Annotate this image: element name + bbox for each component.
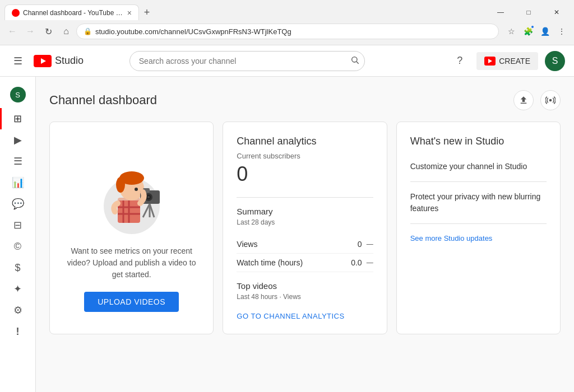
url-bar[interactable]: 🔒 studio.youtube.com/channel/UCsvGxwpnFR… <box>76 24 499 39</box>
browser-chrome: Channel dashboard - YouTube S... × + — □… <box>0 0 574 45</box>
sidebar-item-comments[interactable]: 💬 <box>0 193 35 214</box>
views-label: Views <box>237 240 257 249</box>
comments-icon: 💬 <box>12 199 24 209</box>
bookmark-button[interactable]: ☆ <box>503 24 519 39</box>
page-title: Channel dashboard <box>49 93 157 108</box>
subtitles-icon: ⊟ <box>13 220 22 230</box>
create-button[interactable]: CREATE <box>476 52 538 70</box>
sidebar-item-subtitles[interactable]: ⊟ <box>0 214 35 236</box>
sidebar-toggle-button[interactable]: ☰ <box>9 50 27 72</box>
logo[interactable]: Studio <box>34 55 84 67</box>
upload-prompt: Want to see metrics on your recent video… <box>63 245 200 281</box>
tab-close-button[interactable]: × <box>127 8 132 17</box>
svg-point-15 <box>135 188 138 191</box>
top-videos-period: Last 48 hours · Views <box>237 293 373 301</box>
views-value: 0 — <box>358 240 373 249</box>
subscribers-count: 0 <box>237 162 373 186</box>
copyright-icon: © <box>14 241 21 251</box>
analytics-card-title: Channel analytics <box>237 136 373 147</box>
help-button[interactable]: ? <box>450 51 470 71</box>
search-bar <box>129 51 365 71</box>
sidebar-item-settings[interactable]: ⚙ <box>0 300 35 321</box>
sidebar-item-user[interactable]: S <box>0 81 35 108</box>
news-item-2-title[interactable]: Protect your privacy with new blurring f… <box>410 191 547 214</box>
summary-period: Last 28 days <box>237 218 373 226</box>
tab-title: Channel dashboard - YouTube S... <box>23 9 124 17</box>
see-more-link[interactable]: See more Studio updates <box>410 234 493 242</box>
sidebar-item-feedback[interactable]: ! <box>0 321 35 342</box>
analytics-icon: 📊 <box>12 178 24 188</box>
create-video-icon <box>484 57 496 66</box>
summary-title: Summary <box>237 207 373 216</box>
views-stat-row: Views 0 — <box>237 235 373 254</box>
new-tab-button[interactable]: + <box>139 4 155 20</box>
forward-button[interactable]: → <box>22 24 38 39</box>
settings-icon: ⚙ <box>13 305 22 315</box>
customization-icon: ✦ <box>13 284 22 294</box>
sidebar: S ⊞ ▶ ☰ 📊 💬 ⊟ © $ ✦ ⚙ <box>0 77 36 392</box>
news-item-1-title[interactable]: Customize your channel in Studio <box>410 161 547 172</box>
extensions-button[interactable]: 🧩 <box>520 24 536 39</box>
page-header: Channel dashboard <box>49 90 561 110</box>
close-button[interactable]: ✕ <box>544 4 570 20</box>
browser-actions: ☆ 🧩 👤 ⋮ <box>503 24 570 39</box>
sidebar-item-analytics[interactable]: 📊 <box>0 172 35 193</box>
svg-point-4 <box>549 99 552 102</box>
analytics-card: Channel analytics Current subscribers 0 … <box>223 122 387 334</box>
refresh-button[interactable]: ↻ <box>40 24 56 39</box>
news-card: What's new in Studio Customize your chan… <box>396 122 561 334</box>
live-icon-button[interactable] <box>540 90 561 110</box>
news-item-2: Protect your privacy with new blurring f… <box>410 182 547 224</box>
upload-videos-button[interactable]: UPLOAD VIDEOS <box>84 292 179 312</box>
app-body: S ⊞ ▶ ☰ 📊 💬 ⊟ © $ ✦ ⚙ <box>0 77 574 392</box>
content-icon: ▶ <box>14 135 22 145</box>
dashboard-icon: ⊞ <box>13 114 22 124</box>
browser-tab[interactable]: Channel dashboard - YouTube S... × <box>4 4 139 20</box>
watch-time-stat-row: Watch time (hours) 0.0 — <box>237 254 373 272</box>
minimize-button[interactable]: — <box>488 4 513 20</box>
monetization-icon: $ <box>15 263 20 273</box>
sidebar-item-copyright[interactable]: © <box>0 236 35 257</box>
news-item-1: Customize your channel in Studio <box>410 152 547 182</box>
title-bar: Channel dashboard - YouTube S... × + — □… <box>0 0 574 20</box>
news-card-title: What's new in Studio <box>410 136 547 147</box>
watch-time-trend: — <box>367 259 373 267</box>
lock-icon: 🔒 <box>84 27 92 35</box>
svg-line-3 <box>357 62 359 64</box>
watch-time-label: Watch time (hours) <box>237 258 303 267</box>
back-button[interactable]: ← <box>4 24 20 39</box>
user-avatar[interactable]: S <box>545 51 565 71</box>
browser-menu-button[interactable]: ⋮ <box>554 24 570 39</box>
upload-illustration <box>87 144 177 234</box>
sidebar-user-avatar: S <box>10 87 26 102</box>
search-input[interactable] <box>129 51 365 71</box>
app-header: ☰ Studio ? CREATE S <box>0 45 574 77</box>
create-button-label: CREATE <box>499 57 530 66</box>
upload-icon-button[interactable] <box>513 90 534 110</box>
top-videos-title: Top videos <box>237 281 373 291</box>
divider <box>237 197 373 198</box>
go-to-analytics-link[interactable]: GO TO CHANNEL ANALYTICS <box>237 312 373 320</box>
sidebar-item-monetization[interactable]: $ <box>0 257 35 278</box>
sidebar-item-dashboard[interactable]: ⊞ <box>0 108 35 129</box>
see-more-item: See more Studio updates <box>410 224 547 252</box>
subscribers-label: Current subscribers <box>237 152 373 160</box>
upload-card: Want to see metrics on your recent video… <box>49 122 214 334</box>
extension-notification-dot <box>530 25 535 29</box>
views-trend: — <box>367 240 373 248</box>
sidebar-item-playlists[interactable]: ☰ <box>0 151 35 172</box>
maximize-button[interactable]: □ <box>516 4 541 20</box>
dashboard-grid: Want to see metrics on your recent video… <box>49 122 561 334</box>
svg-point-14 <box>116 177 125 193</box>
search-submit-button[interactable] <box>350 55 359 67</box>
feedback-icon: ! <box>16 326 20 337</box>
sidebar-item-content[interactable]: ▶ <box>0 129 35 151</box>
header-actions: ? CREATE S <box>450 51 565 71</box>
svg-point-20 <box>147 196 150 198</box>
url-text: studio.youtube.com/channel/UCsvGxwpnFRsN… <box>95 27 291 36</box>
youtube-logo-icon <box>34 55 52 67</box>
main-content: Channel dashboard <box>36 77 574 392</box>
profile-button[interactable]: 👤 <box>537 24 553 39</box>
sidebar-item-customization[interactable]: ✦ <box>0 278 35 300</box>
home-button[interactable]: ⌂ <box>58 24 74 39</box>
